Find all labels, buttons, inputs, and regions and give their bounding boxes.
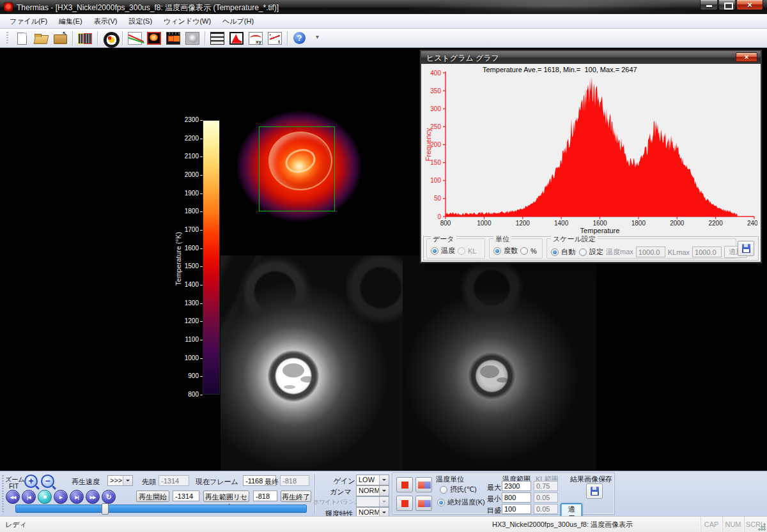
svg-text:0: 0 bbox=[437, 213, 441, 220]
application-window: Thermias - [HX3_Nickel2000fps_300us_f8: … bbox=[0, 0, 767, 532]
gamma-select[interactable]: NORMAL bbox=[356, 485, 389, 496]
play-end-button[interactable]: 再生終了 bbox=[281, 490, 311, 502]
colorbar-tick-2000: 2000 bbox=[150, 171, 199, 179]
hist-scale-0-radio[interactable]: 自動 bbox=[551, 247, 575, 257]
histogram-plot: 0501001502002503003504008001000120014001… bbox=[425, 68, 757, 235]
hist-data-1-radio[interactable]: KL bbox=[458, 247, 476, 255]
start-frame-input[interactable] bbox=[159, 475, 189, 486]
current-frame-label: 現在フレーム bbox=[196, 477, 238, 487]
menu-item-help[interactable]: ヘルプ(H) bbox=[217, 15, 260, 28]
skip-end-button[interactable]: ▶▶ bbox=[86, 490, 100, 504]
frame-slider-handle[interactable] bbox=[102, 503, 109, 515]
menu-bar: ファイル(F)編集(E)表示(V)設定(S)ウィンドウ(W)ヘルプ(H) bbox=[0, 14, 767, 29]
range-reset-button[interactable]: 再生範囲リセット bbox=[203, 490, 249, 502]
menu-item-settings[interactable]: 設定(S) bbox=[123, 15, 158, 28]
scale-group: スケール設定 自動設定 温度max KLmax 適用 bbox=[546, 238, 736, 259]
end-frame-input[interactable] bbox=[280, 475, 309, 486]
palette-solid-button-2[interactable] bbox=[396, 496, 413, 511]
hist-unit-0-radio[interactable]: 度数 bbox=[493, 246, 518, 255]
minimize-button[interactable] bbox=[700, 0, 718, 10]
playback-panel: ズーム FIT + − 再生速度 >>> 先頭 現在フレーム 最終 ◀◀|◀■▶… bbox=[0, 471, 767, 516]
play-start-button[interactable]: 再生開始 bbox=[136, 490, 169, 502]
histogram-stats: Temperature Ave.= 1618, Min.= 100, Max.=… bbox=[483, 66, 637, 73]
kl-tick-input[interactable] bbox=[534, 504, 558, 514]
toolbar-overflow-button[interactable] bbox=[309, 30, 329, 47]
histogram-window-body: Temperature Ave.= 1618, Min.= 100, Max.=… bbox=[421, 64, 761, 262]
maximize-button[interactable] bbox=[718, 0, 736, 10]
max-input[interactable] bbox=[502, 481, 531, 491]
colorbar-tick-800: 800 bbox=[150, 391, 199, 399]
open-file-button[interactable] bbox=[31, 30, 50, 47]
unit-group: 単位 度数% bbox=[489, 238, 543, 259]
toolbar-separator bbox=[287, 31, 288, 45]
frame-slider-track[interactable] bbox=[15, 505, 307, 513]
roi-selection-rectangle[interactable] bbox=[259, 126, 335, 211]
colorbar-tick-2100: 2100 bbox=[150, 153, 199, 160]
help-button[interactable] bbox=[290, 30, 309, 47]
step-forward-button[interactable]: ▶| bbox=[70, 490, 84, 504]
svg-text:Temperature: Temperature bbox=[580, 227, 620, 234]
tick-input[interactable] bbox=[502, 504, 531, 514]
svg-text:300: 300 bbox=[430, 105, 441, 112]
time-plot-button[interactable] bbox=[265, 30, 284, 47]
hist-unit-0-label: 度数 bbox=[504, 246, 518, 255]
colorbar-tick-1100: 1100 bbox=[150, 336, 199, 344]
hist-scale-1-radio[interactable]: 設定 bbox=[579, 247, 603, 257]
histogram-window-titlebar[interactable]: ヒストグラム グラフ bbox=[421, 51, 761, 64]
celsius-radio[interactable]: 摂氏(℃) bbox=[440, 485, 477, 494]
raw-image-button[interactable] bbox=[183, 30, 202, 47]
skip-start-button[interactable]: ◀◀ bbox=[6, 490, 20, 504]
new-document-button[interactable] bbox=[12, 30, 31, 47]
histogram-close-button[interactable]: × bbox=[736, 52, 757, 62]
svg-text:1200: 1200 bbox=[516, 220, 531, 227]
speed-select[interactable]: >>> bbox=[107, 475, 133, 486]
histogram-save-button[interactable] bbox=[738, 241, 754, 256]
white-balance-select[interactable] bbox=[356, 496, 389, 507]
hist-unit-1-radio[interactable]: % bbox=[520, 247, 537, 255]
loop-button[interactable]: ↻ bbox=[102, 490, 116, 504]
temp-max-input[interactable] bbox=[636, 247, 665, 257]
image-sequence-button[interactable] bbox=[164, 30, 183, 47]
svg-text:Frequency: Frequency bbox=[425, 128, 432, 161]
histogram-button[interactable] bbox=[227, 30, 246, 47]
xy-plot-button[interactable] bbox=[246, 30, 265, 47]
open-folder-button[interactable] bbox=[50, 30, 70, 47]
palette-dual-button-2[interactable] bbox=[415, 496, 432, 511]
resize-grip[interactable] bbox=[757, 522, 766, 531]
step-back-button[interactable]: |◀ bbox=[22, 490, 36, 504]
range-end-input[interactable] bbox=[253, 490, 277, 501]
thermal-image-icon bbox=[147, 32, 161, 45]
menu-item-window[interactable]: ウィンドウ(W) bbox=[158, 15, 217, 28]
min-input[interactable] bbox=[502, 492, 531, 503]
stop-button[interactable]: ■ bbox=[38, 490, 52, 504]
histogram-icon bbox=[229, 32, 244, 45]
close-button[interactable] bbox=[736, 0, 763, 10]
hist-data-0-radio[interactable]: 温度 bbox=[431, 246, 455, 255]
data-group: データ 温度KL bbox=[426, 238, 485, 259]
palette-dual-button-1[interactable] bbox=[415, 477, 432, 492]
kl-min-input[interactable] bbox=[534, 492, 558, 503]
kl-max-input[interactable] bbox=[692, 247, 722, 257]
range-start-input[interactable] bbox=[173, 490, 199, 501]
data-group-label: データ bbox=[431, 234, 456, 244]
kelvin-radio[interactable]: 絶対温度(K) bbox=[437, 498, 485, 507]
colorbar-tick-1900: 1900 bbox=[150, 190, 199, 197]
gain-select[interactable]: LOW bbox=[356, 475, 389, 485]
colorbar-tick-1700: 1700 bbox=[150, 226, 199, 234]
line-graph-button[interactable] bbox=[125, 30, 144, 47]
menu-item-view[interactable]: 表示(V) bbox=[88, 15, 123, 28]
zoom-in-button[interactable]: + bbox=[24, 475, 38, 488]
kl-max-input[interactable] bbox=[534, 481, 558, 491]
calibration-grid-button[interactable] bbox=[75, 30, 95, 47]
thermal-image-button[interactable] bbox=[144, 30, 164, 47]
save-result-button[interactable] bbox=[586, 483, 603, 499]
play-button[interactable]: ▶ bbox=[54, 490, 68, 504]
colorbar-tick-1200: 1200 bbox=[150, 317, 199, 325]
menu-item-edit[interactable]: 編集(E) bbox=[53, 15, 88, 28]
app-icon bbox=[4, 3, 13, 11]
zoom-out-button[interactable]: − bbox=[41, 475, 54, 488]
target-button[interactable] bbox=[100, 30, 120, 47]
menu-item-file[interactable]: ファイル(F) bbox=[4, 15, 53, 28]
palette-solid-button-1[interactable] bbox=[396, 477, 413, 492]
grid-view-button[interactable] bbox=[208, 30, 227, 47]
